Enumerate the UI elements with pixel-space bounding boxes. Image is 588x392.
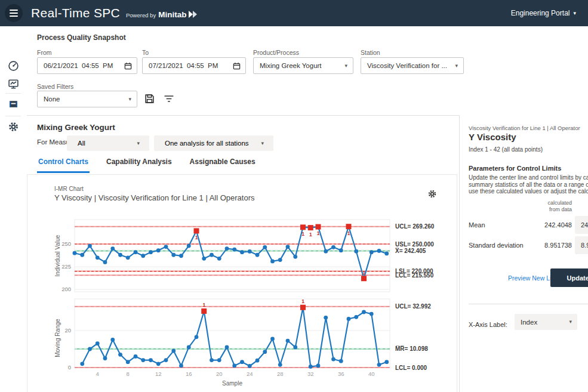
calendar-icon[interactable] (233, 62, 241, 70)
svg-text:32: 32 (307, 371, 314, 377)
svg-text:LCL= 0.000: LCL= 0.000 (395, 365, 427, 371)
chevron-down-icon: ▾ (573, 11, 576, 16)
product-label: Product/Process (253, 49, 299, 56)
panel-section-divider (469, 304, 588, 304)
tab-control-charts[interactable]: Control Charts (37, 155, 90, 173)
mean-calculated-value: 242.4048 (525, 221, 572, 229)
sidebar-item-dashboard[interactable] (5, 58, 21, 75)
chart-title: Y Viscosity | Viscosity Verification for… (54, 193, 255, 202)
saved-filters-value: None (38, 95, 128, 103)
stdev-input[interactable] (575, 236, 588, 254)
analysis-value: One analysis for all stations (158, 140, 261, 147)
to-date-input[interactable] (142, 57, 246, 74)
svg-text:UCL= 269.260: UCL= 269.260 (395, 223, 435, 230)
x-axis-select[interactable]: Index ▾ (515, 314, 577, 330)
svg-text:X̅= 242.405: X̅= 242.405 (395, 248, 426, 254)
svg-text:20: 20 (64, 327, 71, 334)
svg-text:8: 8 (127, 371, 130, 377)
chart-type-label: I-MR Chart (54, 186, 84, 192)
data-archive-icon (8, 98, 19, 112)
sidebar-divider (5, 93, 21, 94)
svg-text:UCL= 32.992: UCL= 32.992 (395, 303, 431, 310)
svg-text:12: 12 (155, 371, 162, 377)
brand-name: Minitab (158, 10, 186, 19)
svg-text:1: 1 (309, 232, 312, 237)
params-description: Update the center line and control limit… (469, 174, 588, 195)
sidebar-item-archive[interactable] (5, 97, 21, 113)
station-value: Viscosity Verification for ... (361, 62, 455, 69)
product-select[interactable]: Mixing Greek Yogurt ▾ (253, 57, 353, 74)
measure-value: All (70, 140, 137, 147)
panel-title: Y Viscosity (469, 132, 516, 142)
from-date-value[interactable] (38, 62, 124, 69)
powered-by-label: Powered by (126, 12, 156, 18)
stdev-label: Standard deviation (469, 242, 524, 249)
svg-text:1: 1 (317, 230, 320, 236)
tab-capability-analysis[interactable]: Capability Analysis (105, 155, 173, 173)
svg-text:4: 4 (96, 371, 99, 377)
x-axis-value: Index (515, 319, 569, 326)
to-date-value[interactable] (143, 62, 233, 69)
svg-text:M̅R̅= 10.098: M̅R̅= 10.098 (395, 345, 428, 352)
svg-text:20: 20 (216, 371, 223, 377)
app-header: Real-Time SPC Powered by Minitab Enginee… (0, 0, 588, 26)
save-icon (144, 94, 155, 106)
svg-text:USL= 250.000: USL= 250.000 (395, 241, 434, 248)
panel-context: Viscosity Verification for Line 1 | All … (469, 125, 580, 131)
gear-icon (427, 192, 437, 200)
chevron-down-icon: ▾ (569, 319, 572, 325)
filter-section: Process Quality Snapshot From To Product… (27, 26, 588, 115)
menu-icon[interactable] (5, 4, 23, 22)
svg-text:1: 1 (362, 270, 365, 276)
analysis-select[interactable]: One analysis for all stations ▾ (154, 135, 273, 151)
update-control-limits-button[interactable]: Update Control Limits (550, 268, 588, 287)
svg-text:0: 0 (68, 364, 71, 371)
saved-filters-select[interactable]: None ▾ (37, 91, 137, 107)
chevron-down-icon: ▾ (137, 141, 140, 146)
left-sidebar (0, 26, 27, 392)
tab-bar: Control Charts Capability Analysis Assig… (37, 155, 257, 173)
sidebar-item-charts[interactable] (5, 76, 21, 93)
calculated-column-header: calculated from data (536, 200, 572, 212)
svg-text:225: 225 (61, 263, 71, 270)
measure-select[interactable]: All ▾ (67, 135, 149, 151)
svg-text:200: 200 (61, 286, 71, 292)
main-content: Mixing Greek Yogurt For Measure: All ▾ O… (27, 116, 458, 392)
station-select[interactable]: Viscosity Verification for ... ▾ (361, 57, 464, 74)
svg-text:16: 16 (186, 371, 192, 377)
saved-filters-label: Saved Filters (37, 83, 73, 90)
mean-input[interactable] (575, 216, 588, 234)
svg-text:24: 24 (247, 371, 253, 377)
tab-assignable-causes[interactable]: Assignable Causes (189, 155, 257, 173)
to-label: To (142, 49, 149, 56)
from-label: From (37, 49, 52, 56)
filter-icon (164, 94, 174, 105)
from-date-input[interactable] (37, 57, 137, 74)
chevron-down-icon: ▾ (261, 141, 264, 146)
section-title: Process Quality Snapshot (37, 33, 126, 42)
portal-menu-label: Engineering Portal (511, 9, 570, 17)
sidebar-divider (5, 116, 21, 116)
chevron-down-icon: ▾ (128, 97, 131, 102)
settings-gear-icon (8, 121, 19, 134)
svg-text:1: 1 (301, 231, 304, 237)
process-title: Mixing Greek Yogurt (37, 123, 115, 132)
minitab-logo-icon (189, 10, 198, 20)
chart-settings-button[interactable] (427, 189, 437, 200)
svg-text:1: 1 (301, 298, 304, 304)
save-filter-button[interactable] (144, 94, 155, 106)
filter-button[interactable] (164, 94, 174, 105)
stdev-calculated-value: 8.951738 (525, 242, 572, 249)
product-value: Mixing Greek Yogurt (254, 62, 344, 69)
svg-text:1: 1 (347, 230, 350, 236)
svg-text:1: 1 (202, 302, 205, 308)
sidebar-item-settings[interactable] (5, 119, 21, 136)
portal-menu[interactable]: Engineering Portal ▾ (507, 8, 580, 18)
calendar-icon[interactable] (124, 62, 132, 70)
dashboard-gauge-icon (8, 60, 19, 73)
svg-text:36: 36 (338, 371, 344, 377)
svg-text:28: 28 (277, 371, 284, 377)
svg-text:250: 250 (61, 240, 71, 247)
svg-text:40: 40 (368, 371, 375, 377)
mean-label: Mean (469, 221, 485, 229)
